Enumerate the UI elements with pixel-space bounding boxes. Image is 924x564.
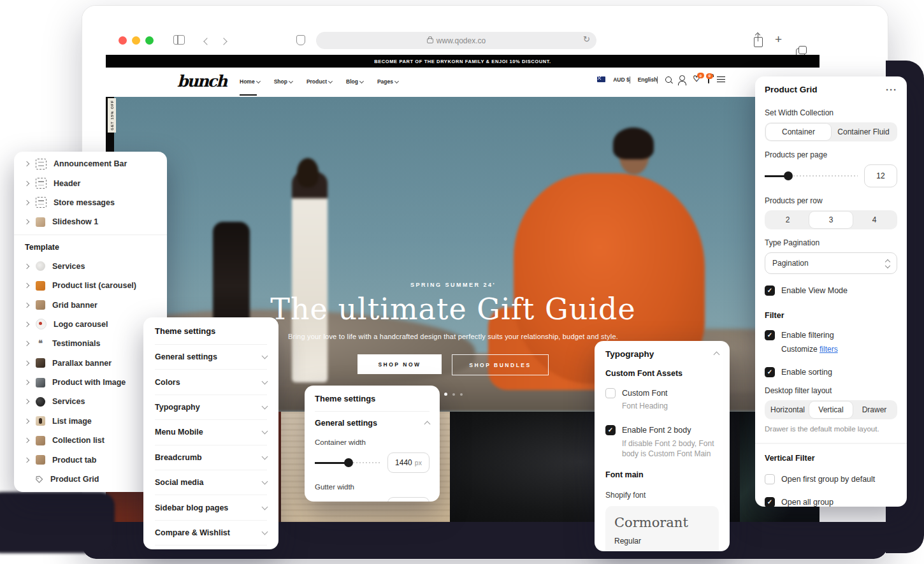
sidebar-item-announcement-bar[interactable]: Announcement Bar [14, 154, 167, 173]
accordion-colors[interactable]: Colors [155, 370, 267, 394]
menu-icon[interactable] [717, 76, 725, 83]
backdrop-shape [0, 492, 115, 553]
thumbnail-icon [36, 261, 45, 271]
site-logo[interactable]: bunch [177, 72, 226, 90]
font2-checkbox[interactable]: ✓ [605, 425, 616, 435]
chevron-up-icon [714, 352, 720, 358]
cart-button[interactable]: 0 [708, 76, 709, 83]
chevron-right-icon [24, 200, 29, 205]
view-mode-checkbox[interactable]: ✓ [765, 286, 775, 296]
language-selector[interactable]: English [638, 76, 658, 83]
section-icon [36, 197, 47, 208]
close-window-button[interactable] [119, 36, 127, 45]
pagination-select[interactable]: Pagination [765, 252, 897, 274]
sidebar-item-services[interactable]: Services [14, 257, 167, 276]
sidebar-item-slideshow[interactable]: Slideshow 1 [14, 212, 167, 231]
font-main-heading: Font main [605, 470, 719, 479]
option-3[interactable]: 3 [809, 212, 853, 228]
nav-item-product[interactable]: Product [307, 78, 332, 85]
enable-filtering-checkbox[interactable]: ✓ [765, 330, 775, 340]
chevron-up-icon [424, 421, 431, 428]
accordion-compare-wishlist[interactable]: Compare & Wishlist [155, 521, 267, 546]
custom-font-checkbox[interactable]: ✓ [605, 388, 616, 398]
typography-panel: Typography Custom Font Assets ✓ Custom F… [595, 341, 730, 551]
products-per-page-value[interactable]: 12 [864, 164, 897, 187]
sidebar-item-product-list-carousel[interactable]: Product list (carousel) [14, 276, 167, 295]
option-container-fluid[interactable]: Container Fluid [831, 124, 896, 140]
refresh-icon[interactable]: ↻ [583, 34, 590, 44]
nav-item-blog[interactable]: Blog [346, 78, 363, 85]
zoom-window-button[interactable] [145, 36, 154, 45]
sidebar-toggle-icon[interactable] [173, 35, 185, 45]
share-icon[interactable] [754, 37, 763, 47]
accordion-menu-mobile[interactable]: Menu Mobile [155, 420, 267, 445]
accordion-social-media[interactable]: Social media [155, 470, 267, 495]
new-tab-icon[interactable]: + [775, 33, 782, 47]
per-row-segmented-control: 2 3 4 [765, 210, 897, 229]
container-width-value[interactable]: 1440 px [387, 452, 430, 473]
minimize-window-button[interactable] [132, 36, 140, 45]
chevron-right-icon [24, 264, 29, 269]
products-per-row-label: Products per row [765, 196, 897, 205]
enable-filtering-row: ✓ Enable filtering [765, 330, 897, 340]
ellipsis-icon[interactable]: ··· [886, 84, 897, 95]
shield-icon[interactable] [296, 35, 305, 45]
sidebar-item-grid-banner[interactable]: Grid banner [14, 295, 167, 314]
slide-dot[interactable] [460, 393, 463, 396]
option-vertical[interactable]: Vertical [809, 401, 853, 418]
browser-toolbar: www.qodex.co ↻ + [82, 6, 888, 55]
enable-sorting-checkbox[interactable]: ✓ [765, 367, 775, 377]
accordion-general-settings-expanded[interactable]: General settings [315, 412, 430, 435]
shop-now-button[interactable]: SHOP NOW [357, 354, 442, 374]
chevron-down-icon [394, 78, 399, 83]
template-group-label: Template [14, 238, 167, 257]
option-4[interactable]: 4 [853, 212, 896, 228]
gutter-width-label: Gutter width [315, 483, 430, 491]
type-pagination-label: Type Pagination [765, 238, 897, 247]
back-icon[interactable] [205, 35, 210, 47]
filters-link[interactable]: filters [819, 345, 838, 354]
screenshot-stage: www.qodex.co ↻ + BECOME PART OF THE DRYK… [0, 0, 924, 564]
forward-icon[interactable] [221, 35, 226, 47]
set-width-label: Set Width Collection [765, 108, 897, 117]
wishlist-button[interactable]: ♡ 0 [693, 76, 700, 83]
chevron-right-icon [24, 302, 29, 307]
search-icon[interactable] [665, 76, 672, 83]
sidebar-item-store-messages[interactable]: Store messages [14, 193, 167, 212]
panel-title[interactable]: Typography [605, 341, 719, 366]
slide-dot[interactable] [444, 393, 447, 396]
chevron-down-icon [630, 76, 630, 83]
gutter-width-value[interactable]: 30 [387, 497, 430, 502]
nav-item-home[interactable]: Home [240, 78, 260, 85]
url-bar[interactable]: www.qodex.co ↻ [316, 32, 596, 49]
chevron-down-icon [657, 76, 658, 83]
font-name: Cormorant [614, 515, 710, 530]
option-container[interactable]: Container [766, 124, 831, 140]
accordion-breadcrumb[interactable]: Breadcrumb [155, 445, 267, 470]
shop-bundles-button[interactable]: SHOP BUNDLES [452, 354, 549, 375]
sidebar-item-header[interactable]: Header [14, 173, 167, 192]
option-horizontal[interactable]: Horizontal [766, 401, 809, 418]
slide-dot[interactable] [452, 393, 455, 396]
products-per-page-slider[interactable] [765, 171, 858, 180]
currency-selector[interactable]: AUD $ [613, 76, 630, 83]
container-width-slider[interactable] [315, 458, 381, 467]
chevron-right-icon [24, 180, 29, 185]
thumbnail-icon [36, 416, 45, 426]
accordion-typography[interactable]: Typography [155, 395, 267, 420]
option-drawer[interactable]: Drawer [853, 401, 896, 418]
thumbnail-icon [36, 378, 45, 387]
open-all-checkbox[interactable]: ✓ [765, 497, 775, 507]
thumbnail-icon [36, 455, 45, 465]
vertical-filter-heading: Vertical Filter [765, 454, 897, 463]
accordion-sidebar-blog-pages[interactable]: Sidebar blog pages [155, 495, 267, 520]
option-2[interactable]: 2 [766, 212, 809, 228]
product-grid-panel: Product Grid ··· Set Width Collection Co… [755, 76, 907, 507]
width-segmented-control: Container Container Fluid [765, 122, 897, 141]
nav-item-shop[interactable]: Shop [274, 78, 292, 85]
account-icon[interactable] [679, 75, 685, 81]
accordion-general-settings[interactable]: General settings [155, 345, 267, 370]
open-first-checkbox[interactable]: ✓ [765, 474, 775, 484]
australia-flag-icon [597, 76, 605, 82]
nav-item-pages[interactable]: Pages [377, 78, 398, 85]
